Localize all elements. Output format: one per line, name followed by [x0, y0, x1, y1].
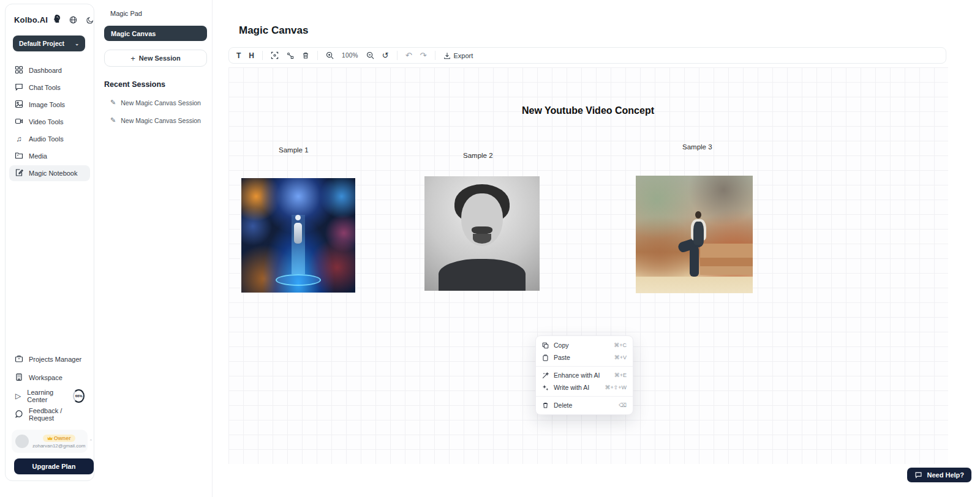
trash-icon — [302, 51, 309, 59]
redo-button[interactable]: ↷ — [420, 51, 427, 59]
context-menu-item-copy[interactable]: Copy ⌘+C — [536, 339, 633, 351]
project-selector-label: Default Project — [19, 40, 64, 47]
undo-button[interactable]: ↶ — [405, 51, 412, 59]
pencil-icon: ✎ — [110, 116, 116, 124]
heading-tool-button[interactable]: H — [249, 51, 254, 60]
sidebar-item-projects-manager[interactable]: Projects Manager — [9, 350, 90, 368]
logo-row: Kolbo.AI — [6, 4, 94, 26]
sparkles-icon — [542, 384, 549, 391]
sidebar-bottom: Projects Manager Workspace ▷ Learning Ce… — [6, 350, 94, 474]
language-globe-icon[interactable] — [69, 16, 77, 24]
context-menu-divider — [536, 396, 633, 397]
text-tool-glyph: T — [236, 51, 241, 60]
chevron-down-icon: ⌄ — [75, 41, 79, 47]
chevron-up-icon: ⌃ — [89, 439, 92, 444]
context-menu-item-delete[interactable]: Delete ⌫ — [536, 399, 633, 411]
context-menu-item-paste[interactable]: Paste ⌘+V — [536, 351, 633, 364]
new-session-button[interactable]: + New Session — [104, 50, 207, 67]
magic-wand-icon — [542, 372, 549, 379]
delete-tool-button[interactable] — [302, 51, 309, 59]
notebook-pen-icon — [15, 168, 23, 178]
chat-icon — [15, 83, 23, 92]
context-menu-shortcut: ⌘+⇧+W — [605, 384, 627, 390]
video-icon — [15, 117, 23, 127]
text-tool-button[interactable]: T — [236, 51, 241, 60]
context-menu-shortcut: ⌫ — [619, 402, 627, 408]
board-title[interactable]: New Youtube Video Concept — [423, 105, 753, 116]
download-icon — [443, 52, 451, 59]
user-account-chip[interactable]: Owner zoharvan12@gmail.com ⌃ — [12, 430, 88, 453]
ruins-steps — [700, 244, 753, 258]
redo-icon: ↷ — [420, 51, 427, 59]
rotate-icon: ↺ — [382, 51, 389, 59]
sidebar-item-chat-tools[interactable]: Chat Tools — [9, 80, 90, 95]
sidebar-item-label: Magic Notebook — [29, 170, 78, 177]
toolbar-divider — [435, 51, 435, 60]
zoom-out-button[interactable] — [366, 51, 374, 59]
context-menu-label: Enhance with AI — [554, 372, 609, 379]
learning-progress-badge: 66% — [73, 389, 85, 403]
seated-man-figure — [693, 222, 704, 245]
sidebar-item-video-tools[interactable]: Video Tools — [9, 114, 90, 130]
sidebar-item-magic-notebook[interactable]: Magic Notebook — [9, 165, 90, 181]
sample-3-image[interactable] — [636, 176, 753, 293]
canvas-toolbar: T H 100% ↺ ↶ ↷ Export — [228, 47, 946, 64]
sample-2-label[interactable]: Sample 2 — [463, 152, 493, 159]
export-label: Export — [454, 52, 473, 59]
image-icon — [15, 100, 23, 110]
zoom-level-indicator: 100% — [342, 52, 358, 59]
sidebar-item-learning-center[interactable]: ▷ Learning Center 66% — [9, 387, 90, 405]
building-icon — [15, 373, 23, 383]
sidebar-item-feedback-request[interactable]: Feedback / Request — [9, 405, 90, 424]
page-title: Magic Canvas — [239, 24, 308, 37]
dashboard-icon — [15, 65, 23, 75]
context-menu-shortcut: ⌘+C — [614, 342, 627, 348]
sidebar-item-workspace[interactable]: Workspace — [9, 368, 90, 387]
recent-session-item[interactable]: ✎ New Magic Canvas Session — [110, 116, 212, 124]
sample-3-label[interactable]: Sample 3 — [682, 143, 712, 151]
ai-select-button[interactable] — [271, 51, 279, 59]
sidebar-item-label: Media — [29, 152, 47, 160]
context-menu-label: Copy — [554, 342, 609, 349]
user-email: zoharvan12@gmail.com — [32, 443, 85, 449]
panel-item-magic-pad[interactable]: Magic Pad — [110, 10, 212, 17]
need-help-label: Need Help? — [927, 471, 964, 479]
dark-mode-moon-icon[interactable] — [86, 17, 94, 24]
recent-session-item[interactable]: ✎ New Magic Canvas Session — [110, 99, 212, 106]
zoom-out-icon — [366, 51, 374, 59]
sidebar-item-dashboard[interactable]: Dashboard — [9, 62, 90, 78]
crown-icon — [47, 436, 53, 441]
zoom-in-button[interactable] — [326, 51, 334, 59]
sidebar-item-image-tools[interactable]: Image Tools — [9, 97, 90, 113]
need-help-button[interactable]: Need Help? — [907, 468, 971, 482]
reset-rotation-button[interactable]: ↺ — [382, 51, 389, 59]
sample-2-image[interactable] — [424, 176, 540, 291]
sidebar-item-audio-tools[interactable]: ♫ Audio Tools — [9, 131, 90, 147]
trash-icon — [542, 402, 549, 409]
plus-icon: + — [130, 54, 135, 63]
toolbar-divider — [262, 51, 263, 60]
connector-tool-button[interactable] — [287, 52, 294, 59]
sidebar-item-label: Audio Tools — [29, 135, 64, 143]
copy-icon — [542, 342, 549, 349]
app-logo: Kolbo.AI — [14, 15, 48, 24]
feedback-chat-icon — [15, 409, 23, 419]
upgrade-plan-button[interactable]: Upgrade Plan — [14, 458, 94, 474]
context-menu-item-write-with-ai[interactable]: Write with AI ⌘+⇧+W — [536, 381, 633, 394]
clipboard-icon — [542, 354, 549, 361]
heading-tool-glyph: H — [249, 51, 254, 60]
context-menu-shortcut: ⌘+V — [614, 354, 627, 361]
music-note-icon: ♫ — [15, 135, 23, 143]
sample-1-image[interactable] — [241, 178, 355, 293]
sample-1-label[interactable]: Sample 1 — [279, 146, 309, 154]
pencil-icon: ✎ — [110, 99, 116, 106]
export-button[interactable]: Export — [443, 52, 473, 59]
project-selector[interactable]: Default Project ⌄ — [13, 36, 85, 51]
panel-item-magic-canvas[interactable]: Magic Canvas — [104, 26, 207, 41]
sidebar-item-label: Video Tools — [29, 118, 63, 125]
sidebar-item-label: Workspace — [29, 374, 62, 381]
sidebar-item-media[interactable]: Media — [9, 148, 90, 164]
sidebar-item-label: Learning Center — [27, 389, 66, 403]
zoom-in-icon — [326, 51, 334, 59]
context-menu-item-enhance-with-ai[interactable]: Enhance with AI ⌘+E — [536, 369, 633, 381]
